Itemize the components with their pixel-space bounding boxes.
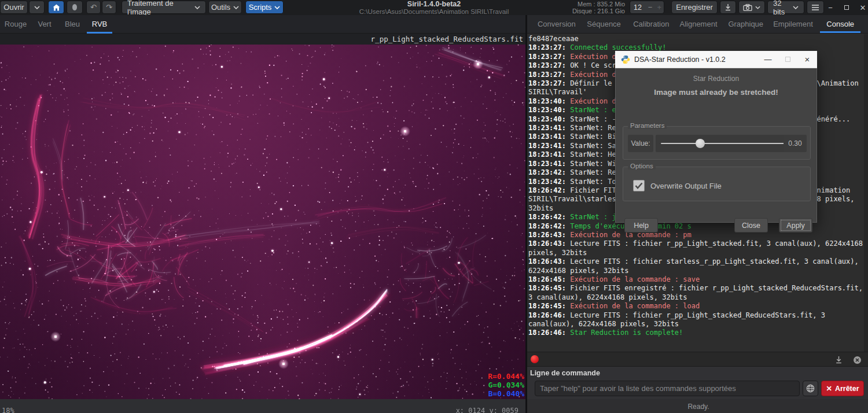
- apply-button[interactable]: Apply: [779, 218, 812, 233]
- console-line: 18:26:45: Exécution de la commande : sav…: [528, 275, 868, 284]
- dialog-heading: Star Reduction: [616, 75, 816, 83]
- scripts-label: Scripts: [249, 3, 272, 12]
- online-help-button[interactable]: [803, 381, 818, 396]
- cursor-coordinates: x: 0124 y: 0059: [456, 407, 518, 413]
- home-button[interactable]: [48, 1, 64, 14]
- dialog-warning: Image must already be stretched!: [616, 88, 816, 97]
- open-button[interactable]: Ouvrir: [0, 1, 28, 14]
- threads-spinner[interactable]: 12 − +: [630, 1, 664, 14]
- titlebar: Ouvrir ↶ ↷ Traitement de l'image Outils …: [0, 0, 868, 15]
- undo-button[interactable]: ↶: [86, 1, 101, 14]
- tab-bleu[interactable]: Bleu: [60, 15, 84, 33]
- home-icon: [53, 4, 60, 11]
- chevron-down-icon: [233, 6, 239, 9]
- threads-increment[interactable]: +: [654, 3, 664, 12]
- save-button-label: Enregistrer: [676, 3, 713, 12]
- download-icon: [835, 356, 843, 364]
- console-scrollbar[interactable]: [864, 34, 868, 352]
- viewer-statusbar: 18% x: 0124 y: 0059: [0, 399, 525, 413]
- open-button-label: Ouvrir: [3, 3, 24, 12]
- stop-x-icon: ✕: [826, 384, 832, 393]
- tab-rouge[interactable]: Rouge: [2, 15, 29, 33]
- console-line: 18:26:42: Temps d'exécution: 3 min 02 s: [528, 222, 868, 231]
- zoom-level: 18%: [2, 407, 14, 413]
- image-canvas[interactable]: [0, 45, 525, 399]
- bit-depth-value: 32 bits: [773, 0, 790, 16]
- tools-menu[interactable]: Outils: [208, 1, 242, 14]
- tab-rvb[interactable]: RVB: [87, 15, 112, 33]
- console-line: 18:26:45: Fichier FITS enregistré : fich…: [528, 284, 868, 302]
- open-dropdown-button[interactable]: [29, 1, 45, 14]
- ready-status: Ready.: [687, 399, 709, 411]
- command-line-area: Ligne de commande ✕ Arrêter: [527, 367, 868, 399]
- stop-button[interactable]: ✕ Arrêter: [821, 381, 864, 396]
- close-button[interactable]: Close: [734, 218, 768, 233]
- record-button[interactable]: [67, 1, 83, 14]
- command-input[interactable]: [535, 381, 800, 396]
- value-output: 0.30: [784, 135, 807, 152]
- snapshot-button[interactable]: [738, 1, 765, 14]
- threads-value: 12: [630, 3, 646, 12]
- overwrite-checkbox[interactable]: [633, 180, 645, 191]
- slider-track[interactable]: [661, 143, 787, 144]
- export-log-button[interactable]: [833, 355, 844, 365]
- pixel-g-value: G=0.034%: [488, 381, 524, 389]
- image-processing-menu[interactable]: Traitement de l'image: [122, 1, 206, 14]
- hamburger-menu-button[interactable]: [807, 1, 824, 14]
- window-title: Siril-1.4.0-beta2 C:\Users\Asus\Document…: [272, 0, 596, 15]
- window-minimize-button[interactable]: −: [824, 2, 837, 13]
- channel-tabs: Rouge Vert Bleu RVB: [0, 15, 525, 34]
- console-line: 18:26:45: Exécution de la commande : loa…: [528, 302, 868, 311]
- tab-conversion[interactable]: Conversion: [533, 15, 580, 33]
- dialog-close-button[interactable]: ×: [797, 51, 817, 68]
- help-button[interactable]: Help: [624, 218, 658, 233]
- console-line: 18:26:46: Lecture FITS : fichier r_pp_Li…: [528, 311, 868, 329]
- redo-button[interactable]: ↷: [102, 1, 116, 14]
- tab-graphique[interactable]: Graphique: [722, 15, 770, 33]
- command-line-label: Ligne de commande: [530, 369, 600, 377]
- undo-icon: ↶: [90, 3, 97, 12]
- save-button[interactable]: Enregistrer: [671, 1, 718, 14]
- working-directory: C:\Users\Asus\Documents\Animation SIRIL\…: [272, 8, 596, 15]
- tab-vert[interactable]: Vert: [32, 15, 57, 33]
- tab-console[interactable]: Console: [816, 15, 864, 33]
- dialog-titlebar[interactable]: DSA-Star Reduction - v1.0.2 — ×: [615, 51, 817, 68]
- console-line: 18:26:43: Lecture FITS : fichier starles…: [528, 257, 868, 275]
- overwrite-option-row[interactable]: Overwrite Output File: [633, 180, 722, 191]
- tab-calibration[interactable]: Calibration: [627, 15, 675, 33]
- star-reduction-dialog: DSA-Star Reduction - v1.0.2 — × Star Red…: [615, 51, 817, 223]
- tab-alignement[interactable]: Alignement: [675, 15, 722, 33]
- options-legend: Options: [628, 163, 656, 169]
- disk-label: Disque : 216.1 Gio: [572, 8, 625, 14]
- console-line: fe8487eceaae: [528, 35, 868, 43]
- chevron-down-icon: [755, 6, 760, 9]
- right-panel-tabs: Conversion Séquence Calibration Aligneme…: [527, 15, 868, 34]
- dialog-maximize-button[interactable]: [778, 51, 797, 68]
- tools-label: Outils: [211, 3, 230, 12]
- slider-handle[interactable]: [696, 139, 705, 148]
- window-maximize-button[interactable]: [840, 2, 853, 13]
- chevron-down-icon: [34, 6, 40, 9]
- window-maximize-icon: [844, 5, 849, 10]
- record-icon: [72, 4, 77, 10]
- console-line: 18:26:46: Star Reduction is complete!: [528, 329, 868, 337]
- globe-icon: [806, 384, 815, 393]
- image-viewer[interactable]: R=0.044% G=0.034% B=0.040%: [0, 45, 525, 399]
- tab-empilement[interactable]: Empilement: [770, 15, 817, 33]
- window-close-button[interactable]: ✕: [856, 2, 868, 13]
- check-icon: [635, 182, 643, 189]
- tab-sequence[interactable]: Séquence: [580, 15, 628, 33]
- bit-depth-dropdown[interactable]: 32 bits: [767, 1, 804, 14]
- loaded-filename: r_pp_Light_stacked_ReducedStars.fit: [371, 35, 523, 43]
- save-as-button[interactable]: [720, 1, 736, 14]
- parameters-legend: Parameters: [628, 122, 667, 129]
- hamburger-icon: [811, 5, 819, 10]
- clear-console-button[interactable]: [851, 355, 863, 365]
- dialog-minimize-button[interactable]: —: [758, 51, 778, 68]
- value-slider[interactable]: [656, 135, 792, 152]
- threads-decrement[interactable]: −: [646, 3, 655, 12]
- pixel-b-value: B=0.040%: [488, 389, 524, 398]
- dialog-maximize-icon: [785, 57, 790, 62]
- redo-icon: ↷: [106, 3, 112, 12]
- chevron-down-icon: [793, 6, 799, 9]
